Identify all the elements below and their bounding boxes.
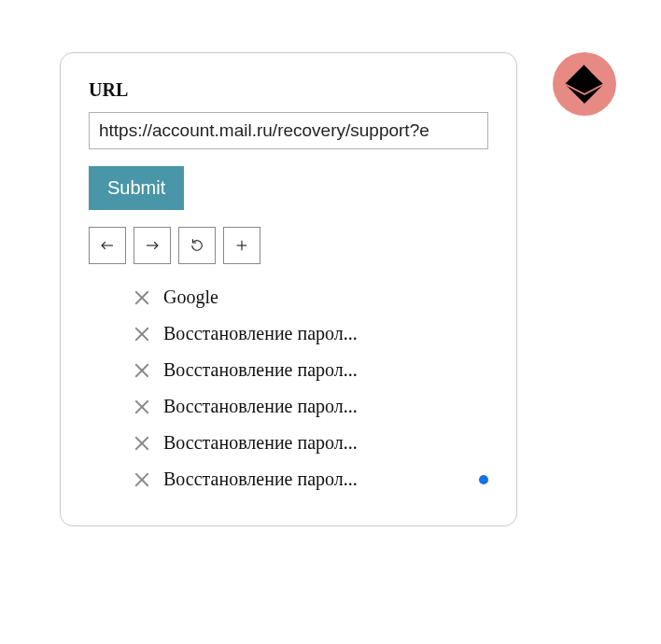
tab-item[interactable]: Восстановление парол... bbox=[89, 425, 488, 461]
add-tab-button[interactable] bbox=[223, 227, 260, 264]
envelope-diamond-icon bbox=[563, 63, 606, 105]
url-label: URL bbox=[89, 79, 488, 101]
close-icon[interactable] bbox=[134, 289, 150, 306]
tab-item[interactable]: Восстановление парол... bbox=[89, 388, 488, 425]
back-button[interactable] bbox=[89, 227, 126, 264]
tab-title: Восстановление парол... bbox=[163, 432, 358, 454]
close-icon[interactable] bbox=[134, 471, 150, 488]
tab-title: Восстановление парол... bbox=[163, 359, 358, 381]
tab-title: Восстановление парол... bbox=[163, 396, 358, 417]
arrow-right-icon bbox=[144, 237, 161, 254]
tab-title: Восстановление парол... bbox=[163, 469, 358, 490]
arrow-left-icon bbox=[99, 237, 116, 254]
svg-line-3 bbox=[595, 67, 602, 75]
tab-list: Google Восстановление парол... Восстанов… bbox=[89, 279, 488, 497]
url-input[interactable] bbox=[89, 112, 488, 149]
close-icon[interactable] bbox=[134, 362, 150, 379]
active-tab-indicator bbox=[479, 475, 488, 484]
app-logo-badge bbox=[553, 52, 616, 116]
browser-card: URL Submit Google Восстановление парол..… bbox=[60, 52, 517, 526]
tab-title: Google bbox=[163, 287, 218, 308]
nav-button-row bbox=[89, 227, 488, 264]
refresh-button[interactable] bbox=[178, 227, 216, 264]
submit-button[interactable]: Submit bbox=[89, 166, 184, 210]
tab-item[interactable]: Восстановление парол... bbox=[89, 315, 488, 352]
tab-item[interactable]: Восстановление парол... bbox=[89, 352, 488, 388]
tab-title: Восстановление парол... bbox=[163, 323, 358, 344]
tab-item[interactable]: Google bbox=[89, 279, 488, 315]
tab-item[interactable]: Восстановление парол... bbox=[89, 461, 488, 497]
refresh-icon bbox=[189, 237, 205, 254]
close-icon[interactable] bbox=[134, 435, 150, 452]
forward-button[interactable] bbox=[134, 227, 171, 264]
close-icon[interactable] bbox=[134, 399, 150, 415]
plus-icon bbox=[233, 237, 250, 254]
close-icon[interactable] bbox=[134, 326, 150, 343]
